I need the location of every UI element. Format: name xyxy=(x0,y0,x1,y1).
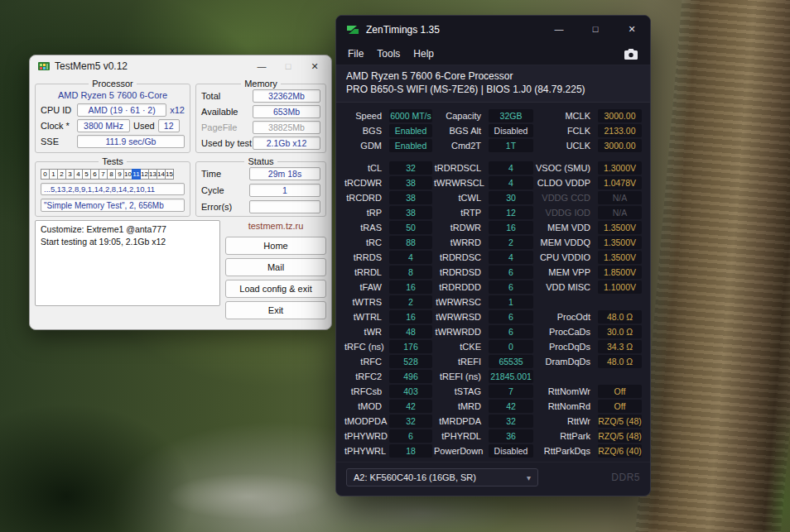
status-label: Error(s) xyxy=(201,202,232,212)
timing-value: 2133.00 xyxy=(598,124,642,137)
cpu-id-value: AMD (19 · 61 · 2) xyxy=(77,103,166,117)
screenshot-button[interactable] xyxy=(620,46,642,62)
timing-value: 48 xyxy=(389,325,432,338)
close-button[interactable]: ✕ xyxy=(301,55,328,77)
timing-label: MCLK xyxy=(535,111,596,121)
timing-label: Speed xyxy=(344,111,388,121)
timing-label: RttWr xyxy=(535,416,596,426)
timing-label: tRFC xyxy=(344,357,388,367)
menu-bar: File Tools Help xyxy=(336,43,650,65)
timing-label: tCWL xyxy=(434,193,487,203)
timing-label: BGS xyxy=(344,126,388,136)
timing-value: 16 xyxy=(489,221,533,234)
timing-label: CPU VDDIO xyxy=(535,252,596,262)
timings-row: tRCDWR 38 tWRWRSCL 4 CLDO VDDP 1.0478V xyxy=(344,175,642,190)
timings-row: Speed 6000 MT/s Capacity 32GB MCLK 3000.… xyxy=(344,108,642,123)
timings-row: tRFC (ns) 176 tCKE 0 ProcDqDs 34.3 Ω xyxy=(344,339,642,354)
timing-label: MEM VDD xyxy=(535,223,596,232)
timing-label: tWRWRSD xyxy=(434,312,487,322)
timings-row: tWTRL 16 tWRWRSD 6 ProcOdt 48.0 Ω xyxy=(344,309,642,324)
minimize-button[interactable]: — xyxy=(248,55,275,77)
timing-value: Off xyxy=(598,385,642,398)
module-select[interactable]: A2: KF560C40-16 (16GB, SR) ▾ xyxy=(346,468,538,486)
timing-label: VDDG IOD xyxy=(535,208,596,218)
exit-button[interactable]: Exit xyxy=(225,301,326,319)
timing-label: tRDRDSD xyxy=(434,267,487,277)
zentimings-window: ZenTimings 1.35 — □ ✕ File Tools Help AM… xyxy=(335,15,651,496)
timing-value xyxy=(598,370,642,383)
mail-button[interactable]: Mail xyxy=(225,258,326,276)
testmem5-titlebar[interactable]: TestMem5 v0.12 — □ ✕ xyxy=(30,55,331,77)
timing-value: 1.0478V xyxy=(598,176,642,189)
memory-row: Used by test 2.1Gb x12 xyxy=(201,137,320,150)
timing-value: 6 xyxy=(389,429,432,443)
camera-icon xyxy=(624,49,638,60)
timings-row: tRRDS 4 tRDRDSC 4 CPU VDDIO 1.3500V xyxy=(344,250,642,265)
maximize-button[interactable]: □ xyxy=(275,55,301,77)
test-cell: 15 xyxy=(165,169,174,180)
timing-value: 1.1000V xyxy=(598,280,642,294)
timing-value: N/A xyxy=(598,191,642,204)
board-info: PRO B650-S WIFI (MS-7E26) | BIOS 1.J0 (8… xyxy=(346,83,640,96)
timings-row: tRFCsb 403 tSTAG 7 RttNomWr Off xyxy=(344,384,642,399)
timing-label: tMRDPDA xyxy=(434,416,487,426)
timing-value: 6 xyxy=(489,325,533,338)
system-info: AMD Ryzen 5 7600 6-Core Processor PRO B6… xyxy=(336,65,650,103)
timing-value: 403 xyxy=(389,385,432,398)
processor-legend: Processor xyxy=(89,79,137,89)
home-button[interactable]: Home xyxy=(225,237,326,255)
timing-value: 16 xyxy=(389,280,432,294)
memory-label: Total xyxy=(201,91,220,101)
timings-row: tPHYWRL 18 PowerDown Disabled RttParkDqs… xyxy=(344,443,642,458)
maximize-button[interactable]: □ xyxy=(577,16,614,43)
timing-value: Off xyxy=(598,400,642,413)
testmem5-icon xyxy=(38,60,50,72)
processor-group: Processor AMD Ryzen 5 7600 6-Core CPU ID… xyxy=(35,79,190,153)
menu-help[interactable]: Help xyxy=(407,48,441,60)
memory-legend: Memory xyxy=(241,79,281,89)
memory-row: PageFile 38825Mb xyxy=(201,121,320,134)
timing-label: tRAS xyxy=(344,223,388,232)
used-value: 12 xyxy=(158,119,180,132)
timing-value: 38 xyxy=(389,206,432,219)
timing-label: tPHYWRL xyxy=(344,446,388,456)
menu-tools[interactable]: Tools xyxy=(370,48,407,60)
timing-label: tRFC2 xyxy=(344,371,388,381)
timing-value: 21845.001 xyxy=(489,370,533,383)
timings-row: tRC 88 tWRRD 2 MEM VDDQ 1.3500V xyxy=(344,235,642,250)
timing-value: RZQ/5 (48) xyxy=(598,429,642,443)
timing-label: tWR xyxy=(344,327,388,337)
timing-value: 0 xyxy=(489,340,533,353)
timing-label: RttPark xyxy=(535,431,596,441)
timing-value: 2 xyxy=(389,295,432,309)
timings-row: tFAW 16 tRDRDDD 6 VDD MISC 1.1000V xyxy=(344,280,642,295)
site-link[interactable]: testmem.tz.ru xyxy=(225,221,326,231)
memory-row: Available 653Mb xyxy=(201,105,320,118)
timing-label: CLDO VDDP xyxy=(535,178,596,188)
timing-label: tPHYWRD xyxy=(344,431,388,441)
load-config-button[interactable]: Load config & exit xyxy=(225,280,326,298)
timing-label: tWRWRSC xyxy=(434,297,487,307)
testmem5-window: TestMem5 v0.12 — □ ✕ Processor AMD Ryzen… xyxy=(29,55,332,330)
timing-value: 4 xyxy=(489,176,533,189)
timing-value: 1T xyxy=(489,139,533,152)
timing-value: 528 xyxy=(389,355,432,368)
test-cells: 0123456789101112131415 xyxy=(41,169,185,180)
timing-label: tRP xyxy=(344,208,388,218)
timing-value: 48.0 Ω xyxy=(598,310,642,324)
timing-label: tRFC (ns) xyxy=(344,342,388,352)
menu-file[interactable]: File xyxy=(341,48,370,60)
timing-value: 176 xyxy=(389,340,432,353)
zentimings-titlebar[interactable]: ZenTimings 1.35 — □ ✕ xyxy=(336,16,650,43)
timing-label: tRCDWR xyxy=(344,178,388,188)
close-button[interactable]: ✕ xyxy=(614,16,650,43)
timing-label: tRTP xyxy=(434,208,487,218)
minimize-button[interactable]: — xyxy=(541,16,577,43)
status-group: Status Time 29m 18s Cycle 1 Error(s) xyxy=(195,156,326,217)
timing-value: 50 xyxy=(389,221,432,234)
timing-value: 42 xyxy=(389,400,432,413)
timings-row: tPHYWRD 6 tPHYRDL 36 RttPark RZQ/5 (48) xyxy=(344,429,642,443)
timings-row: tMOD 42 tMRD 42 RttNomRd Off xyxy=(344,399,642,414)
timing-value: 1.3000V xyxy=(598,161,642,175)
module-select-value: A2: KF560C40-16 (16GB, SR) xyxy=(354,472,476,482)
